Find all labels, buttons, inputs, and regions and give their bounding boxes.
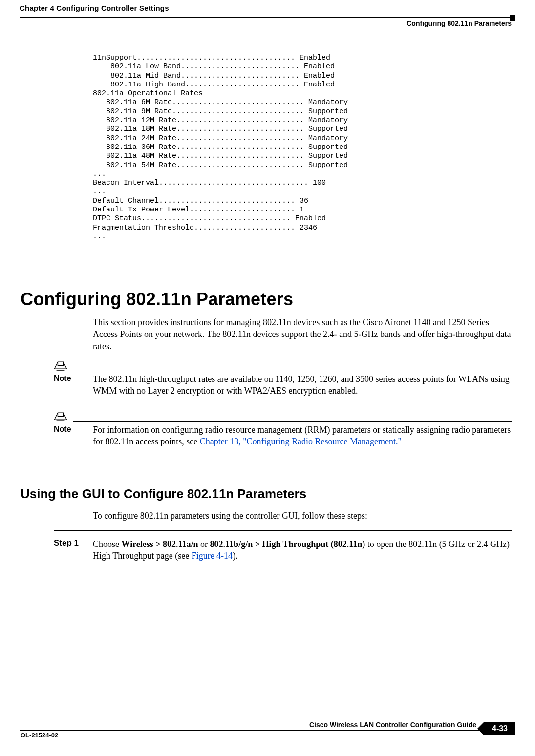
note-text: For information on configuring radio res… <box>93 424 512 448</box>
step-text: Choose Wireless > 802.11a/n or 802.11b/g… <box>93 538 512 562</box>
subsection-intro: To configure 802.11n parameters using th… <box>93 510 512 522</box>
step-top-rule <box>54 530 512 531</box>
cli-output-bottom-rule <box>93 252 512 252</box>
footer-doc-id: OL-21524-02 <box>21 732 58 739</box>
footer-rule-bottom <box>20 730 481 731</box>
step-label: Step 1 <box>54 538 79 548</box>
header-chapter: Chapter 4 Configuring Controller Setting… <box>20 4 169 12</box>
step-pre: Choose <box>93 539 122 549</box>
page-number: 4-33 <box>484 722 515 735</box>
footer-rule-top <box>20 719 515 719</box>
step-mid1: or <box>198 539 210 549</box>
note-label: Note <box>54 374 71 383</box>
section-intro-paragraph: This section provides instructions for m… <box>93 316 512 352</box>
note-bottom-rule <box>54 399 512 399</box>
note-label: Note <box>54 425 71 434</box>
cli-output: 11nSupport..............................… <box>93 54 348 241</box>
footer-guide-title: Cisco Wireless LAN Controller Configurat… <box>309 721 476 729</box>
step-bold-1: Wireless > 802.11a/n <box>122 539 198 549</box>
header-rule <box>20 17 515 18</box>
header-section: Configuring 802.11n Parameters <box>407 20 512 27</box>
step-post: ). <box>233 551 238 561</box>
note-text: The 802.11n high-throughput rates are av… <box>93 373 512 397</box>
note-icon <box>54 411 67 422</box>
section-heading: Configuring 802.11n Parameters <box>21 289 293 310</box>
note-top-rule <box>73 371 512 371</box>
step-bold-2: 802.11b/g/n > High Throughput (802.11n) <box>210 539 365 549</box>
note-icon <box>54 360 67 371</box>
subsection-heading: Using the GUI to Configure 802.11n Param… <box>21 486 306 502</box>
figure-link[interactable]: Figure 4-14 <box>192 551 233 561</box>
chapter-link[interactable]: Chapter 13, "Configuring Radio Resource … <box>200 437 402 446</box>
footer-arrow-icon <box>477 722 484 735</box>
note-bottom-rule <box>54 462 512 462</box>
note-top-rule <box>73 421 512 422</box>
